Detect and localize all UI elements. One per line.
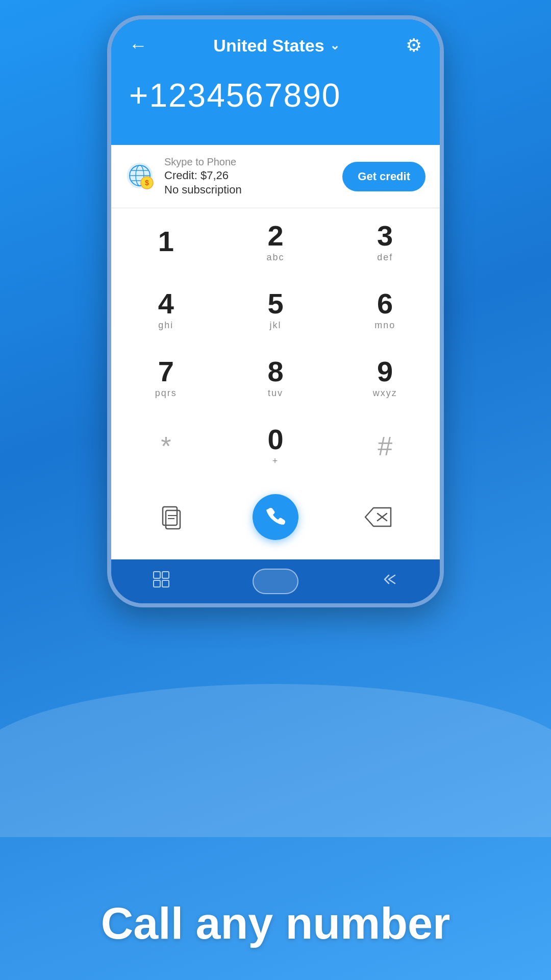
dialpad-grid: 1 2 abc 3 def 4 ghi: [111, 208, 440, 480]
tagline: Call any number: [0, 897, 551, 949]
country-selector[interactable]: United States ⌄: [213, 36, 339, 56]
call-button[interactable]: [253, 494, 298, 540]
number-display: +1234567890: [111, 66, 440, 145]
backspace-button[interactable]: [327, 485, 430, 549]
back-button[interactable]: ←: [129, 35, 147, 56]
backspace-icon: [364, 507, 392, 527]
dial-key-6[interactable]: 6 mno: [330, 276, 440, 344]
contacts-button[interactable]: [121, 485, 224, 549]
credit-text-block: Skype to Phone Credit: $7,26 No subscrip…: [164, 156, 242, 197]
bottom-actions: [111, 480, 440, 559]
svg-rect-9: [166, 510, 180, 529]
nav-apps-icon: [152, 570, 170, 589]
dial-key-2[interactable]: 2 abc: [221, 208, 331, 276]
contacts-icon: [160, 504, 186, 530]
dialpad-container: $ Skype to Phone Credit: $7,26 No subscr…: [111, 145, 440, 559]
svg-text:$: $: [145, 179, 149, 187]
phone-screen: ← United States ⌄ ⚙ +1234567890: [111, 19, 440, 603]
skype-to-phone-icon: $: [126, 161, 156, 192]
chevron-down-icon: ⌄: [330, 38, 340, 53]
svg-rect-14: [154, 572, 160, 578]
top-bar: ← United States ⌄ ⚙: [111, 19, 440, 66]
dial-key-8[interactable]: 8 tuv: [221, 344, 331, 412]
dial-key-9[interactable]: 9 wxyz: [330, 344, 440, 412]
phone-frame: ← United States ⌄ ⚙ +1234567890: [107, 15, 444, 607]
bg-wave: [0, 684, 551, 837]
country-label: United States: [213, 36, 324, 56]
svg-rect-16: [154, 580, 160, 587]
dial-key-7[interactable]: 7 pqrs: [111, 344, 221, 412]
svg-rect-15: [162, 572, 169, 578]
subscription-status: No subscription: [164, 183, 242, 197]
dial-key-hash[interactable]: #: [330, 412, 440, 480]
get-credit-button[interactable]: Get credit: [342, 162, 425, 191]
phone-number: +1234567890: [129, 77, 422, 114]
dial-key-0[interactable]: 0 +: [221, 412, 331, 480]
dial-key-star[interactable]: *: [111, 412, 221, 480]
phone-call-icon: [264, 506, 287, 528]
service-label: Skype to Phone: [164, 156, 242, 168]
dial-key-4[interactable]: 4 ghi: [111, 276, 221, 344]
credit-amount: Credit: $7,26: [164, 169, 242, 182]
nav-back-button[interactable]: [381, 570, 399, 593]
phone-navbar: [111, 559, 440, 603]
nav-home-button[interactable]: [253, 569, 298, 594]
dial-key-5[interactable]: 5 jkl: [221, 276, 331, 344]
credit-left: $ Skype to Phone Credit: $7,26 No subscr…: [126, 156, 242, 197]
settings-icon[interactable]: ⚙: [406, 35, 422, 56]
svg-rect-17: [162, 580, 169, 587]
credit-section: $ Skype to Phone Credit: $7,26 No subscr…: [111, 145, 440, 208]
call-button-wrapper: [224, 485, 327, 549]
nav-apps-button[interactable]: [152, 570, 170, 593]
dial-key-1[interactable]: 1: [111, 208, 221, 276]
nav-back-icon: [381, 570, 399, 589]
dial-key-3[interactable]: 3 def: [330, 208, 440, 276]
